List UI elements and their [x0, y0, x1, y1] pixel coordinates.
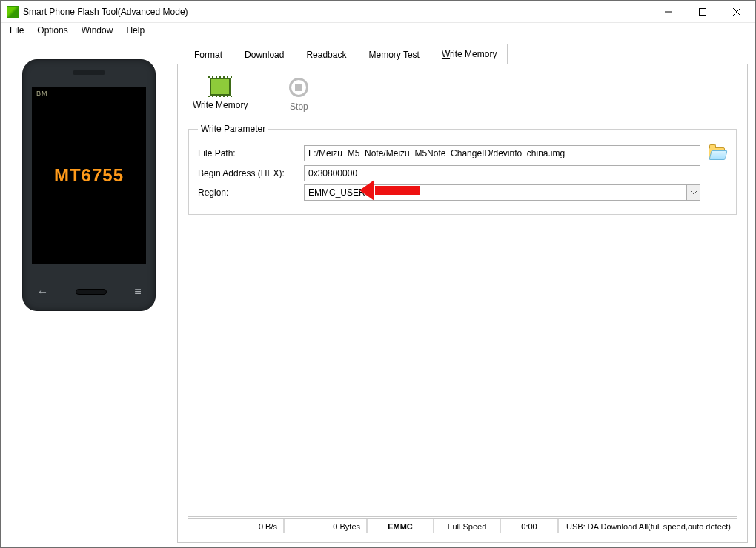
begin-address-label: Begin Address (HEX):	[198, 168, 298, 178]
sidebar: BM MT6755 ← ≡	[1, 39, 177, 547]
region-select[interactable]: EMMC_USER	[304, 184, 700, 201]
folder-icon	[709, 147, 725, 159]
phone-brand: BM	[36, 90, 48, 97]
phone-mockup: BM MT6755 ← ≡	[22, 59, 156, 311]
status-bytes: 0 Bytes	[285, 519, 368, 533]
tab-download[interactable]: Download	[233, 44, 295, 64]
status-speed: 0 B/s	[188, 519, 285, 533]
menubar: File Options Window Help	[1, 23, 755, 38]
chevron-down-icon[interactable]	[686, 185, 700, 200]
phone-back-icon: ←	[36, 285, 48, 298]
phone-menu-icon: ≡	[134, 285, 141, 298]
file-path-input[interactable]	[304, 145, 700, 161]
write-parameter-legend: Write Parameter	[198, 124, 268, 134]
chip-icon	[210, 78, 231, 96]
region-value: EMMC_USER	[304, 184, 700, 201]
stop-icon	[289, 78, 308, 97]
tab-readback[interactable]: Readback	[295, 44, 357, 64]
tab-write-memory[interactable]: Write Memory	[431, 44, 508, 64]
window-title: Smart Phone Flash Tool(Advanced Mode)	[23, 7, 651, 17]
tab-panel-write-memory: Write Memory Stop Write Parameter File P…	[177, 64, 748, 543]
svg-rect-1	[700, 8, 706, 15]
write-memory-button[interactable]: Write Memory	[190, 76, 251, 113]
tab-memory-test[interactable]: Memory Test	[357, 44, 430, 64]
begin-address-input[interactable]	[304, 165, 700, 181]
maximize-button[interactable]	[686, 1, 720, 22]
menu-options[interactable]: Options	[31, 24, 73, 37]
file-path-label: File Path:	[198, 148, 298, 158]
close-button[interactable]	[720, 1, 754, 22]
status-link: Full Speed	[434, 519, 501, 533]
stop-button[interactable]: Stop	[286, 76, 311, 113]
browse-file-button[interactable]	[706, 144, 727, 162]
status-storage: EMMC	[368, 519, 434, 533]
menu-file[interactable]: File	[4, 24, 30, 37]
menu-window[interactable]: Window	[76, 24, 119, 37]
phone-chipset: MT6755	[54, 165, 124, 186]
app-icon	[7, 6, 19, 18]
toolbar: Write Memory Stop	[188, 73, 737, 124]
phone-home-icon	[76, 289, 107, 295]
menu-help[interactable]: Help	[120, 24, 150, 37]
region-label: Region:	[198, 187, 298, 198]
status-time: 0:00	[501, 519, 559, 533]
write-parameter-group: Write Parameter File Path: Begin Address…	[188, 124, 737, 215]
tabs: Format Download Readback Memory Test Wri…	[177, 43, 748, 64]
minimize-button[interactable]	[651, 1, 686, 22]
titlebar: Smart Phone Flash Tool(Advanced Mode)	[1, 1, 755, 23]
statusbar: 0 B/s 0 Bytes EMMC Full Speed 0:00 USB: …	[188, 518, 737, 533]
tab-format[interactable]: Format	[183, 44, 233, 64]
status-usb: USB: DA Download All(full speed,auto det…	[559, 519, 737, 533]
